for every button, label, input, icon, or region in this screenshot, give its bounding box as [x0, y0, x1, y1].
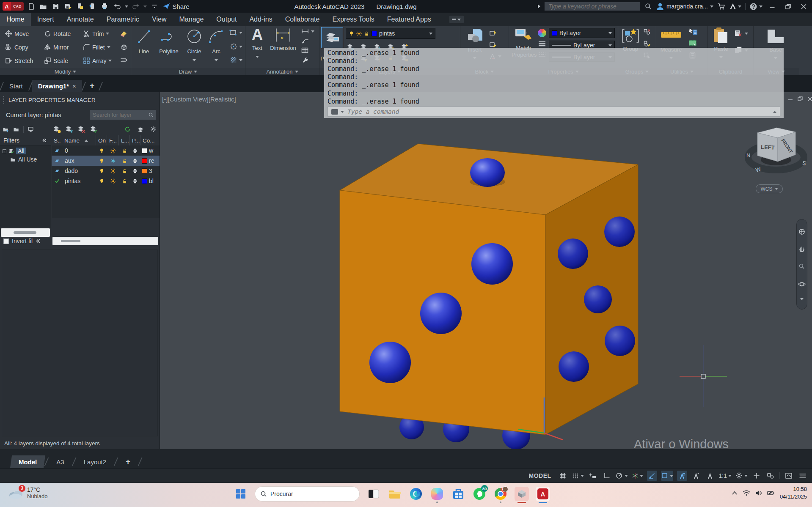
plot-icon[interactable]: [132, 148, 138, 153]
plot-icon[interactable]: [100, 2, 110, 11]
plot-icon[interactable]: [132, 168, 138, 174]
array-dropdown-icon[interactable]: [108, 60, 112, 62]
save-as-icon[interactable]: [63, 2, 73, 11]
task-view-button[interactable]: [366, 487, 381, 501]
model-space-button[interactable]: MODEL: [526, 471, 553, 481]
ungroup-icon[interactable]: [644, 29, 650, 35]
orbit-icon[interactable]: [798, 281, 806, 288]
explode-icon[interactable]: [120, 44, 128, 51]
clock-widget[interactable]: 10:58 04/11/2025: [780, 485, 807, 500]
fillet-button[interactable]: Fillet: [83, 44, 110, 51]
command-prompt-icon[interactable]: [331, 109, 338, 115]
help-search-input[interactable]: [548, 3, 637, 10]
tab-model[interactable]: Model: [10, 455, 46, 468]
open-folder-icon[interactable]: [39, 2, 48, 11]
tab-featured-apps[interactable]: Featured Apps: [381, 13, 438, 26]
palette-settings-icon[interactable]: [150, 126, 157, 133]
volume-icon[interactable]: [755, 490, 762, 496]
save-icon[interactable]: [51, 2, 61, 11]
new-drawing-tab-button[interactable]: +: [90, 81, 95, 91]
scale-dropdown-icon[interactable]: [728, 475, 732, 477]
tab-a3[interactable]: A3: [49, 455, 72, 468]
tab-start[interactable]: Start: [3, 80, 29, 92]
isolate-objects[interactable]: [765, 471, 776, 481]
account-menu[interactable]: margarida.cra...: [656, 2, 713, 11]
dynamic-input-toggle[interactable]: [588, 471, 598, 481]
line-button[interactable]: Line: [134, 28, 154, 55]
tab-close-icon[interactable]: ×: [72, 82, 76, 90]
navwheel-icon[interactable]: [798, 228, 805, 235]
snap-toggle[interactable]: [572, 471, 584, 481]
restore-button[interactable]: [782, 0, 794, 12]
rectangle-tool-icon[interactable]: [229, 30, 242, 36]
customization-plus[interactable]: [751, 471, 762, 481]
undo-icon[interactable]: [113, 2, 122, 11]
col-freeze[interactable]: F...: [107, 135, 119, 145]
layer-search-input[interactable]: [92, 111, 148, 118]
edit-block-icon[interactable]: [489, 41, 497, 48]
command-window[interactable]: Command: _.erase 1 found Command: Comman…: [324, 48, 784, 118]
pen-battery-icon[interactable]: [767, 490, 775, 496]
tab-annotate[interactable]: Annotate: [61, 13, 100, 26]
zoom-icon[interactable]: [798, 263, 805, 270]
layer-search-box[interactable]: [90, 110, 156, 120]
arc-button[interactable]: Arc: [206, 28, 226, 63]
new-filter-icon[interactable]: [3, 126, 9, 133]
ortho-toggle[interactable]: [602, 471, 612, 481]
cmd-restore-icon[interactable]: [798, 96, 803, 101]
eraser-icon[interactable]: [119, 30, 128, 38]
linear-dim-icon[interactable]: [301, 29, 314, 34]
new-frozen-layer-icon[interactable]: [65, 125, 74, 134]
layer-row-dado[interactable]: dado 3: [52, 166, 160, 176]
wcs-button[interactable]: WCS: [756, 184, 783, 193]
group-edit-icon[interactable]: [644, 41, 650, 47]
array-button[interactable]: Array: [83, 57, 112, 64]
search-icon[interactable]: [644, 3, 652, 10]
hatch-tool-icon[interactable]: [230, 57, 242, 63]
offset-icon[interactable]: [120, 57, 128, 63]
layer-dropdown[interactable]: pintas: [346, 28, 435, 39]
annotation-wrench-icon[interactable]: [302, 58, 309, 64]
layer-row-pintas[interactable]: pintas bl: [52, 176, 160, 186]
polar-tracking-toggle[interactable]: [616, 471, 628, 481]
whatsapp-icon[interactable]: 80: [472, 487, 487, 501]
layer-row-0[interactable]: 0 w: [52, 145, 160, 156]
tab-express-tools[interactable]: Express Tools: [326, 13, 380, 26]
status-menu-icon[interactable]: [798, 471, 808, 481]
cut-icon[interactable]: [734, 30, 748, 37]
panel-label-annotation[interactable]: Annotation: [245, 68, 319, 75]
palette-grip-icon[interactable]: [3, 96, 5, 104]
chrome-icon[interactable]: [493, 487, 508, 501]
clean-screen-button[interactable]: [784, 471, 794, 481]
move-button[interactable]: Move: [5, 30, 29, 37]
text-dropdown-icon[interactable]: [256, 56, 259, 58]
thaw-icon[interactable]: [110, 168, 116, 174]
close-button[interactable]: [798, 0, 809, 12]
minimize-button[interactable]: [766, 0, 778, 12]
new-layout-button[interactable]: +: [118, 455, 138, 468]
command-input-row[interactable]: [328, 107, 780, 117]
scale-selector[interactable]: 1:1: [719, 471, 732, 481]
scale-button[interactable]: Scale: [44, 57, 68, 64]
dimension-button[interactable]: Dimension: [268, 27, 298, 51]
object-snap-tracking-toggle[interactable]: [647, 471, 657, 481]
tab-view[interactable]: View: [146, 13, 173, 26]
col-color[interactable]: Co...: [140, 135, 160, 145]
osnap-dropdown-icon[interactable]: [670, 475, 673, 477]
table-icon[interactable]: [301, 47, 308, 53]
app-store-menu[interactable]: [729, 3, 741, 10]
autocad-taskbar-icon[interactable]: A: [536, 487, 550, 501]
set-current-layer-icon[interactable]: [90, 125, 98, 134]
store-icon[interactable]: [451, 487, 465, 501]
wifi-icon[interactable]: [743, 490, 750, 496]
save-to-web-icon[interactable]: [88, 2, 97, 11]
panel-label-modify[interactable]: Modify: [0, 68, 131, 75]
command-expand-icon[interactable]: [773, 111, 776, 113]
col-status[interactable]: S..: [52, 135, 62, 145]
undo-dropdown-icon[interactable]: [125, 5, 128, 8]
invert-filter-checkbox[interactable]: [3, 238, 9, 244]
create-block-icon[interactable]: [489, 30, 497, 36]
share-button[interactable]: Share: [162, 3, 190, 10]
command-input[interactable]: [347, 108, 771, 115]
annotation-visibility-toggle[interactable]: [677, 471, 687, 481]
